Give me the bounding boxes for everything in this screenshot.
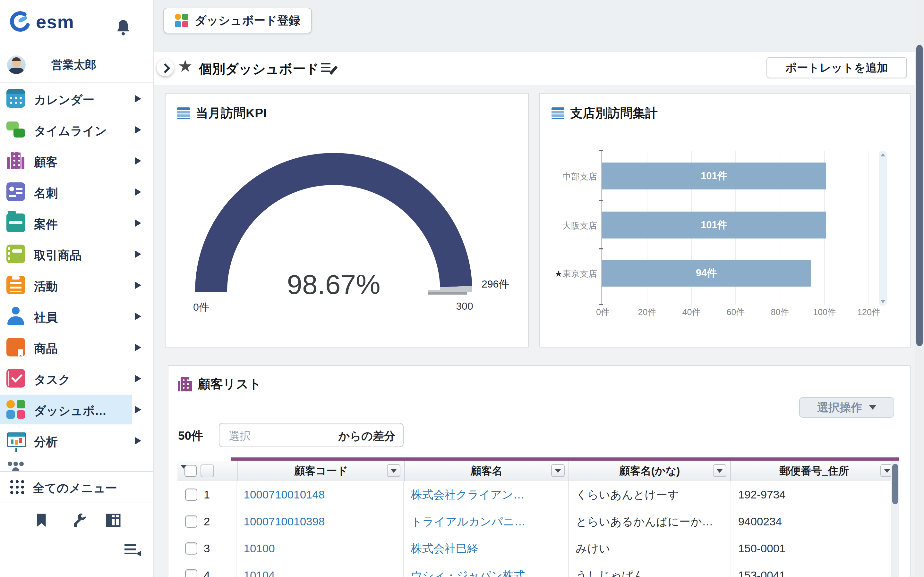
customer-code-link[interactable]: 1000710010148: [236, 481, 404, 508]
portlet-monthly-visit-kpi: 当月訪問KPI 98.67% 0件 300 296件: [165, 93, 529, 348]
chevron-right-icon: [135, 282, 141, 289]
dashboard-register-button[interactable]: ダッシュボード登録: [163, 8, 312, 33]
sidebar-item-tasks[interactable]: タスク: [0, 363, 153, 394]
sidebar-item-business-cards[interactable]: 名刺: [0, 176, 153, 207]
header-customer-code[interactable]: 顧客コード: [238, 461, 405, 481]
dashboard-register-label: ダッシュボード登録: [195, 13, 300, 29]
chevron-right-icon: [135, 126, 141, 134]
sidebar-item-analysis[interactable]: 分析: [0, 425, 153, 456]
portlet-customer-list: 顧客リスト 選択操作 50件 選択 からの差分 顧客コード 顧客名: [168, 365, 911, 577]
chevron-right-icon: [160, 63, 170, 73]
column-dropdown-button[interactable]: [713, 464, 726, 477]
sidebar-item-label: 社員: [34, 309, 58, 326]
add-portlet-button[interactable]: ポートレットを追加: [766, 57, 907, 78]
expand-panel-button[interactable]: [157, 59, 174, 76]
sidebar-item-products[interactable]: 商品: [0, 332, 153, 363]
portlet-title: 当月訪問KPI: [196, 105, 267, 122]
sidebar-item-label: 分析: [34, 434, 58, 450]
calendar-icon: [6, 89, 25, 108]
row-checkbox[interactable]: [185, 569, 197, 577]
sidebar-item-trade-products[interactable]: 取引商品: [0, 239, 153, 269]
report-rows-icon: [551, 107, 564, 119]
row-number: 1: [204, 488, 210, 501]
column-dropdown-button[interactable]: [387, 464, 401, 477]
gauge-current-value-label: 296件: [481, 277, 509, 292]
sidebar-item-customers[interactable]: 顧客: [0, 145, 153, 176]
sidebar-item-all-menu[interactable]: 全てのメニュー: [0, 471, 153, 503]
category-label-chubu: 中部支店: [541, 171, 597, 182]
category-label-osaka: 大阪支店: [541, 220, 597, 231]
bar-osaka: 101件: [602, 211, 826, 239]
page-scrollbar[interactable]: [915, 0, 924, 577]
notifications-bell-icon[interactable]: [114, 19, 132, 37]
customer-name-link[interactable]: 株式会社巳経: [404, 535, 569, 562]
table-scrollbar-thumb[interactable]: [892, 464, 898, 504]
chevron-right-icon: [135, 250, 141, 258]
selection-actions-button[interactable]: 選択操作: [799, 397, 894, 418]
row-checkbox[interactable]: [185, 516, 197, 528]
select-dropdown-button[interactable]: [200, 464, 214, 477]
customer-table: 顧客コード 顧客名 顧客名(かな) 郵便番号_住所 1 100071001014…: [178, 458, 899, 577]
customer-code-link[interactable]: 1000710010398: [236, 508, 404, 535]
user-row[interactable]: 営業太郎: [0, 53, 153, 82]
bar-chubu: 101件: [602, 163, 826, 189]
header-customer-name[interactable]: 顧客名: [405, 461, 569, 481]
x-tick-label: 60件: [716, 306, 755, 318]
header-postal-address[interactable]: 郵便番号_住所: [731, 461, 898, 481]
table-row: 4 10104 ウシィ・ジャパン株式… うしじゃぱん 153-0041: [178, 562, 899, 577]
sidebar-item-clipped[interactable]: [0, 457, 153, 471]
customer-name-link[interactable]: トライアルカンパニ…: [404, 508, 569, 535]
postal-address: 192-9734: [731, 481, 899, 508]
header-customer-kana[interactable]: 顧客名(かな): [569, 461, 731, 481]
customer-name-link[interactable]: 株式会社クライアン…: [404, 481, 569, 508]
chevron-right-icon: [135, 406, 141, 414]
customer-name-link[interactable]: ウシィ・ジャパン株式…: [404, 562, 569, 577]
user-avatar: [7, 55, 26, 74]
sidebar-item-label: カレンダー: [34, 92, 94, 108]
sidebar-item-activities[interactable]: 活動: [0, 269, 153, 301]
edit-list-icon[interactable]: [321, 61, 336, 76]
chevron-right-icon: [135, 437, 141, 445]
postal-address: 150-0001: [731, 535, 899, 562]
column-dropdown-button[interactable]: [551, 464, 565, 477]
select-placeholder[interactable]: 選択: [228, 429, 251, 444]
sidebar-item-label: ダッシュボ…: [34, 403, 107, 419]
portlet-title: 顧客リスト: [198, 376, 262, 393]
sidebar-item-cases[interactable]: 案件: [0, 207, 153, 239]
diff-filter-control[interactable]: 選択 からの差分: [219, 423, 404, 447]
page-scrollbar-thumb[interactable]: [916, 45, 923, 346]
all-menu-label: 全てのメニュー: [33, 480, 117, 496]
bar-value-label: 94件: [696, 266, 717, 280]
sidebar-item-employees[interactable]: 社員: [0, 301, 153, 332]
chart-scrollbar[interactable]: [879, 151, 887, 306]
sidebar-item-calendar[interactable]: カレンダー: [0, 83, 153, 114]
table-icon[interactable]: [105, 512, 122, 529]
esm-logo[interactable]: esm: [8, 10, 74, 33]
portlet-title-row: 顧客リスト: [178, 376, 262, 393]
activity-clipboard-icon: [6, 276, 25, 294]
row-checkbox[interactable]: [185, 542, 197, 554]
esm-logo-icon: [8, 10, 32, 33]
bookmark-icon[interactable]: [33, 512, 50, 529]
dashboard-header: ★ 個別ダッシュボード ポートレットを追加: [154, 52, 924, 85]
customer-kana: みけい: [569, 535, 731, 562]
table-row: 2 1000710010398 トライアルカンパニ… とらいあるかんぱにーか… …: [178, 508, 899, 536]
wrench-icon[interactable]: [71, 512, 88, 529]
customer-code-link[interactable]: 10100: [236, 535, 404, 562]
customer-code-link[interactable]: 10104: [236, 562, 404, 577]
bar-value-label: 101件: [701, 218, 727, 232]
row-checkbox[interactable]: [185, 488, 197, 501]
sidebar-item-timeline[interactable]: タイムライン: [0, 114, 153, 145]
sidebar-item-label: タイムライン: [34, 123, 107, 139]
gauge-target-marker: [428, 290, 467, 295]
favorite-star-icon[interactable]: ★: [178, 56, 193, 76]
chevron-right-icon: [135, 313, 141, 320]
bar-value-label: 101件: [701, 169, 727, 183]
record-count: 50件: [178, 428, 203, 444]
sidebar-item-dashboard[interactable]: ダッシュボ…: [0, 394, 153, 425]
collapse-sidebar-icon[interactable]: [124, 542, 141, 560]
sidebar-item-label: 商品: [34, 341, 58, 357]
sidebar-item-label: 取引商品: [34, 247, 81, 263]
table-scrollbar[interactable]: [891, 461, 899, 577]
diff-from-label: からの差分: [338, 429, 395, 444]
